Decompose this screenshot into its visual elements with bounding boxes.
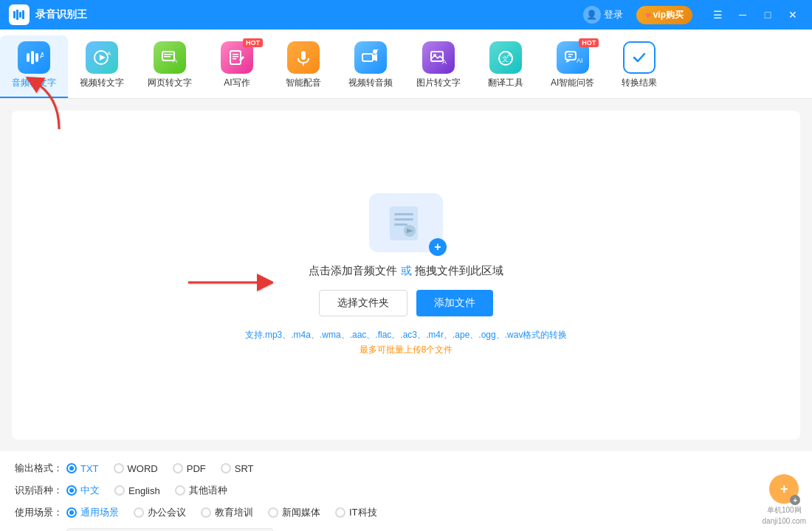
watermark: + + 单机100网 danji100.com [763,474,806,525]
watermark-logo: + + [769,474,799,504]
radio-item-pdf[interactable]: PDF [173,463,206,474]
radio-item-srt[interactable]: SRT [221,463,254,474]
svg-text:A: A [173,57,177,64]
upload-arrow [185,271,273,296]
toolbar-item-video-audio[interactable]: 视频转音频 [337,35,405,98]
toolbar-label-ai-write: AI写作 [224,77,250,89]
menu-button[interactable]: ☰ [707,4,728,25]
radio-item-word[interactable]: WORD [114,463,158,474]
window-controls: ☰ ─ □ ✕ [707,4,803,25]
app-logo [9,4,30,25]
titlebar: 录音识别王 👤 登录 ♥ vip购买 ☰ ─ □ ✕ [0,0,812,30]
radio-circle-txt [66,463,77,473]
select-folder-button[interactable]: 选择文件夹 [319,290,407,316]
svg-text:A: A [507,52,512,58]
path-input[interactable] [66,528,273,531]
setting-row-lang_options: 识别语种：中文English其他语种 [15,484,797,497]
toolbar-icon-result [623,41,656,74]
toolbar-item-img-to-text[interactable]: A图片转文字 [405,35,472,98]
radio-circle-news [268,507,278,518]
toolbar-label-video-audio: 视频转音频 [348,77,393,89]
watermark-url: danji100.com [763,517,806,525]
toolbar-icon-translate: 文A [489,41,522,74]
toolbar-item-translate[interactable]: 文A翻译工具 [472,35,539,98]
radio-label-general: 通用场景 [80,506,119,519]
toolbar-label-result: 转换结果 [622,77,657,89]
svg-rect-15 [230,51,241,64]
svg-marker-9 [100,55,106,60]
svg-rect-24 [431,52,443,61]
toolbar-item-web-to-text[interactable]: A网页转文字 [136,35,204,98]
toolbar-item-result[interactable]: 转换结果 [606,35,672,98]
radio-item-txt[interactable]: TXT [66,463,99,474]
login-label: 登录 [604,8,623,21]
radio-item-education[interactable]: 教育培训 [201,506,253,519]
radio-circle-word [114,463,124,473]
toolbar-label-ai-qa: AI智能问答 [551,77,594,89]
radio-label-word: WORD [128,463,158,474]
close-button[interactable]: ✕ [782,4,803,25]
toolbar-label-translate: 翻译工具 [488,77,523,89]
setting-row-scene_options: 使用场景：通用场景办公会议教育培训新闻媒体IT科技 [15,506,797,519]
app-title: 录音识别王 [35,8,577,21]
upload-buttons: 选择文件夹 添加文件 [319,290,493,316]
radio-circle-tech [335,507,345,518]
setting-row-format_options: 输出格式：TXTWORDPDFSRT [15,462,797,475]
settings-bar: 输出格式：TXTWORDPDFSRT识别语种：中文English其他语种使用场景… [0,451,812,531]
radio-item-english[interactable]: English [114,485,160,496]
upload-area[interactable]: + 点击添加音频文件 或 拖拽文件到此区域 选择文件夹 添加文件 支持.mp3、… [12,111,800,440]
add-file-button[interactable]: 添加文件 [416,290,493,316]
toolbar-item-ai-write[interactable]: AI写作HOT [204,35,270,98]
toolbar: A音频转文字A视频转文字A网页转文字AI写作HOT智能配音视频转音频A图片转文字… [0,30,812,99]
svg-text:A: A [40,52,44,60]
toolbar-icon-audio-to-text: A [18,41,50,74]
main-content: + 点击添加音频文件 或 拖拽文件到此区域 选择文件夹 添加文件 支持.mp3、… [0,99,812,451]
hot-badge-ai-write: HOT [243,38,263,47]
radio-label-education: 教育培训 [215,506,253,519]
svg-rect-21 [362,54,373,61]
toolbar-label-video-to-text: 视频转文字 [80,77,124,89]
upload-or-link[interactable]: 或 [401,264,412,277]
radio-item-other[interactable]: 其他语种 [175,484,227,497]
radio-item-general[interactable]: 通用场景 [66,506,119,519]
path-row: 输出路径：更改路径 [15,528,797,531]
upload-drag-text: 拖拽文件到此区域 [415,264,503,277]
titlebar-actions: 👤 登录 ♥ vip购买 ☰ ─ □ ✕ [577,3,803,27]
radio-label-chinese: 中文 [80,484,100,497]
setting-label-scene_options: 使用场景： [15,506,66,519]
vip-button[interactable]: ♥ vip购买 [636,6,692,24]
toolbar-icon-video-audio [354,41,387,74]
svg-rect-4 [27,53,30,62]
format-hint: 支持.mp3、.m4a、.wma、.aac、.flac、.ac3、.m4r、.a… [245,328,568,356]
radio-circle-other [175,485,185,496]
radio-group-format_options: TXTWORDPDFSRT [66,463,254,474]
radio-label-pdf: PDF [187,463,206,474]
radio-item-tech[interactable]: IT科技 [335,506,377,519]
radio-item-news[interactable]: 新闻媒体 [268,506,320,519]
toolbar-item-ai-qa[interactable]: AIAI智能问答HOT [539,35,606,98]
toolbar-icon-dubbing [287,41,320,74]
svg-rect-17 [233,56,238,58]
radio-circle-srt [221,463,231,473]
setting-label-lang_options: 识别语种： [15,484,66,497]
batch-hint-text: 最多可批量上传8个文件 [245,343,568,357]
radio-item-chinese[interactable]: 中文 [66,484,100,497]
minimize-button[interactable]: ─ [732,4,753,25]
svg-rect-38 [394,223,407,226]
toolbar-label-dubbing: 智能配音 [286,77,321,89]
radio-label-srt: SRT [235,463,254,474]
login-button[interactable]: 👤 登录 [577,3,629,27]
toolbar-item-dubbing[interactable]: 智能配音 [270,35,337,98]
radio-label-other: 其他语种 [189,484,227,497]
maximize-button[interactable]: □ [757,4,778,25]
upload-prompt: 点击添加音频文件 或 拖拽文件到此区域 [309,264,503,278]
radio-group-lang_options: 中文English其他语种 [66,484,227,497]
svg-rect-1 [16,10,18,20]
toolbar-label-web-to-text: 网页转文字 [148,77,192,89]
svg-text:AI: AI [577,57,582,64]
svg-rect-36 [394,213,413,215]
radio-item-office[interactable]: 办公会议 [134,506,186,519]
toolbar-item-video-to-text[interactable]: A视频转文字 [68,35,136,98]
svg-text:A: A [442,58,447,66]
plus-badge: + [429,238,447,256]
